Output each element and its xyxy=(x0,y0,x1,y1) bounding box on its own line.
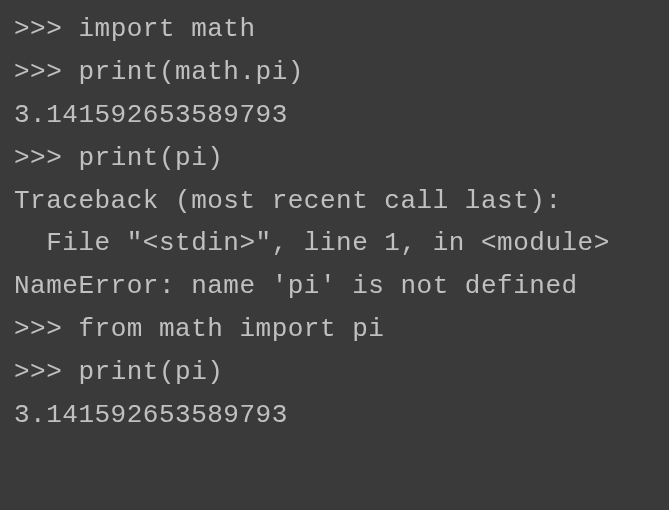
repl-traceback-header: Traceback (most recent call last): xyxy=(14,180,655,223)
repl-prompt: >>> xyxy=(14,314,78,344)
python-repl[interactable]: >>> import math >>> print(math.pi) 3.141… xyxy=(14,8,655,437)
repl-prompt: >>> xyxy=(14,357,78,387)
repl-output: 3.141592653589793 xyxy=(14,94,655,137)
repl-output: 3.141592653589793 xyxy=(14,394,655,437)
repl-prompt: >>> xyxy=(14,14,78,44)
repl-input-line: >>> print(pi) xyxy=(14,351,655,394)
repl-input-line: >>> print(pi) xyxy=(14,137,655,180)
repl-command: print(math.pi) xyxy=(78,57,303,87)
repl-command: print(pi) xyxy=(78,357,223,387)
repl-error: NameError: name 'pi' is not defined xyxy=(14,265,655,308)
repl-command: from math import pi xyxy=(78,314,384,344)
repl-prompt: >>> xyxy=(14,143,78,173)
repl-command: import math xyxy=(78,14,255,44)
repl-input-line: >>> print(math.pi) xyxy=(14,51,655,94)
repl-input-line: >>> from math import pi xyxy=(14,308,655,351)
repl-traceback-file: File "<stdin>", line 1, in <module> xyxy=(14,222,655,265)
repl-prompt: >>> xyxy=(14,57,78,87)
repl-command: print(pi) xyxy=(78,143,223,173)
repl-input-line: >>> import math xyxy=(14,8,655,51)
